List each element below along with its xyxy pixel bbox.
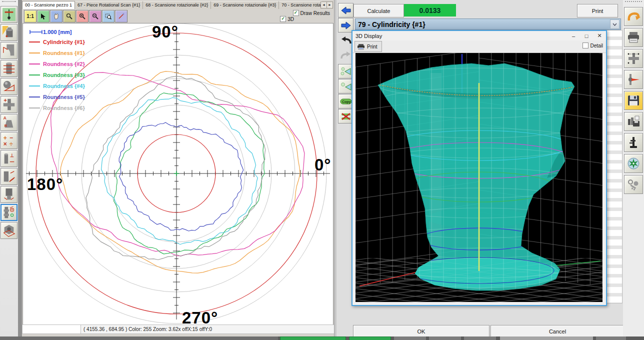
taskbar-button[interactable] [394,336,426,340]
legend-label: Roundness {#5} [43,94,85,100]
zoom-region-button[interactable] [102,10,114,22]
previous-result-button[interactable] [338,3,354,18]
3d-checkbox[interactable]: ✓ 3D [280,16,294,22]
legend-swatch [29,42,40,42]
tab-scan-0[interactable]: 00 - Scansione pezzo 1 [22,1,75,9]
scale-bar-icon [29,29,43,35]
dialog-title: 3D Display [352,33,567,39]
taskbar-button[interactable] [500,336,593,340]
toolbar-grip[interactable] [625,1,642,5]
close-icon[interactable]: ✕ [593,32,606,40]
legend-item-4: Roundness {#4} [29,80,85,92]
cylinder-runout-icon[interactable] [0,60,18,77]
legend-swatch [29,64,40,64]
maximize-icon[interactable]: □ [580,32,593,40]
legend-item-1: Roundness {#1} [29,48,85,58]
caliper-arm-icon[interactable] [624,70,643,89]
cross-part-icon[interactable] [0,96,18,113]
print-button[interactable]: Print [577,4,618,18]
taskbar[interactable] [0,336,644,340]
save-all-icon[interactable] [624,112,643,131]
sphere-measure-icon[interactable] [0,78,18,95]
taskbar-button[interactable] [596,336,626,340]
tab-scan-1[interactable]: 67 - Piece Rotational Scan {#1} [75,1,143,9]
zoom-out-button[interactable] [89,10,102,22]
legend-swatch [29,86,40,86]
calculate-button[interactable]: Calculate [354,4,404,18]
taskbar-area [0,336,278,340]
zoom-in-button[interactable] [76,10,88,22]
select-cursor-button[interactable] [37,10,50,22]
results-list[interactable] [604,30,622,304]
detail-checkbox[interactable]: Detail [582,42,603,48]
draw-results-label: Draw Results [300,10,330,16]
shaft-marks-icon[interactable] [0,168,18,185]
roundness-scan-icon[interactable] [0,204,18,221]
polar-plot-canvas[interactable]: 1.000 [mm] Cylindricity {#1}Roundness {#… [22,23,334,325]
dialog-print-button[interactable]: Print [354,41,382,52]
ok-button[interactable]: OK [353,325,490,338]
legend-label: Roundness {#3} [43,72,85,78]
legend-item-6: Roundness {#6} [29,102,85,114]
chevron-down-icon[interactable] [610,20,620,29]
3d-check-icon: ✓ [280,16,286,22]
angle-measure-icon[interactable]: AR [0,114,18,131]
hex-nut-icon[interactable] [0,222,18,239]
column-gauge-icon[interactable] [624,133,643,152]
output-toolbar [623,0,644,337]
part-dimensions-icon[interactable] [624,49,643,68]
perpendicularity-icon[interactable]: ⊥ [0,150,18,167]
license-key-icon[interactable] [624,175,643,194]
draw-results-checkbox[interactable]: ✓ Draw Results [293,10,330,16]
line-tool-button[interactable] [115,10,128,22]
taskbar-button[interactable] [280,336,346,340]
legend-label: Roundness {#4} [43,83,85,89]
caliper-measure-icon[interactable] [0,6,18,23]
cancel-button[interactable]: Cancel [490,325,624,338]
svg-text:÷: ÷ [10,140,13,148]
angle-label-180: 180° [27,175,63,194]
panel-edge-strip [18,0,22,340]
results-panel: Copy Calculate 0.0133 Print 79 - Cylindr… [336,0,623,337]
tab-scan-2[interactable]: 68 - Scansione rotazionale {#2} [143,1,211,9]
taskbar-button[interactable] [429,336,461,340]
svg-text:R: R [4,124,8,128]
3d-viewport[interactable] [356,53,602,302]
display-tool-row: 1:1 ✓ Draw Results ✓ 3D [23,9,333,23]
save-icon[interactable] [624,91,643,110]
legend-item-5: Roundness {#5} [29,92,85,102]
scale-1to1-button[interactable]: 1:1 [24,10,36,22]
3d-display-dialog: 3D Display – □ ✕ Print Detail [352,30,607,306]
graphic-display-panel: 00 - Scansione pezzo 167 - Piece Rotatio… [22,0,334,336]
feature-selector[interactable]: 79 - Cylindricity {#1} [355,18,621,30]
svg-text:A: A [4,116,6,120]
workpiece-cylinder-icon[interactable] [0,24,18,41]
dialog-print-label: Print [367,44,378,50]
legend-swatch [29,74,40,76]
taskbar-button[interactable] [349,336,391,340]
status-bar: ( 4155.36 , 684.95 ) Color: 255 Zoom: 3.… [80,324,336,334]
tab-scroll-right-icon[interactable]: ► [326,2,333,8]
legend-label: Cylindricity {#1} [43,39,85,45]
toolbar-grip[interactable] [2,1,16,5]
cylinder-head-icon[interactable] [0,186,18,203]
pan-hand-button[interactable] [50,10,62,22]
detail-label: Detail [590,43,603,48]
dialog-titlebar[interactable]: 3D Display – □ ✕ [352,31,606,41]
application-window: AR +−×÷ ⊥ 00 - Scansione pezzo 167 - Pie… [0,0,644,340]
contour-profile-icon[interactable] [0,42,18,59]
legend-item-2: Roundness {#2} [29,58,85,70]
status-spacer [22,324,82,334]
angle-label-0: 0° [314,156,332,174]
tab-scan-4[interactable]: 70 - Scansione rotazionale {#4} [279,1,322,9]
legend-label: Roundness {#6} [43,105,85,111]
taskbar-button[interactable] [464,336,496,340]
zoom-tool-button[interactable] [63,10,76,22]
minimize-icon[interactable]: – [567,32,580,40]
print-report-icon[interactable] [624,28,643,47]
math-operations-icon[interactable]: +−×÷ [0,132,18,149]
tab-scan-3[interactable]: 69 - Scansione rotazionale {#3} [211,1,279,9]
legend-item-3: Roundness {#3} [29,70,85,80]
undo-icon[interactable] [624,7,643,26]
legend-swatch [29,108,40,108]
